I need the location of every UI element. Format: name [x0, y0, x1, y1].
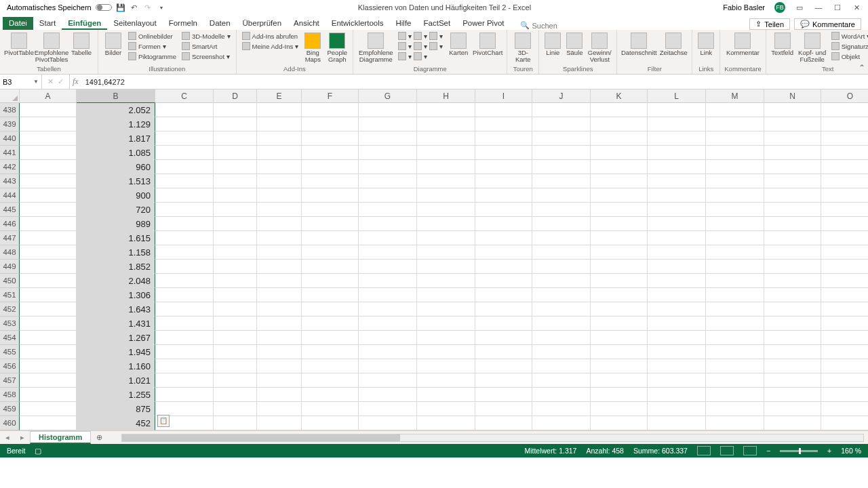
- cell-D457[interactable]: [214, 373, 257, 388]
- cell-C458[interactable]: [155, 388, 214, 402]
- cell-N456[interactable]: [764, 359, 821, 373]
- cell-D456[interactable]: [214, 359, 257, 373]
- cell-O452[interactable]: [821, 302, 868, 317]
- column-header-K[interactable]: K: [591, 89, 648, 103]
- cell-O460[interactable]: [821, 416, 868, 430]
- cell-L453[interactable]: [648, 317, 706, 331]
- wordart-button[interactable]: WordArt ▾: [830, 31, 868, 41]
- cell-E450[interactable]: [257, 274, 302, 288]
- cell-G460[interactable]: [359, 416, 417, 430]
- cell-J438[interactable]: [532, 103, 591, 117]
- cell-C453[interactable]: [155, 317, 214, 331]
- cell-H453[interactable]: [417, 317, 475, 331]
- cell-A442[interactable]: [20, 160, 77, 174]
- cell-B438[interactable]: 2.052: [77, 103, 155, 117]
- tab-entwicklertools[interactable]: Entwicklertools: [326, 17, 390, 30]
- 3d-models-button[interactable]: 3D-Modelle ▾: [180, 31, 232, 41]
- cell-B450[interactable]: 2.048: [77, 274, 155, 288]
- cell-J454[interactable]: [532, 331, 591, 345]
- cell-O456[interactable]: [821, 359, 868, 373]
- cell-I460[interactable]: [475, 416, 532, 430]
- cell-G451[interactable]: [359, 288, 417, 302]
- cell-H450[interactable]: [417, 274, 475, 288]
- cell-O439[interactable]: [821, 117, 868, 131]
- cell-O445[interactable]: [821, 203, 868, 217]
- cell-D438[interactable]: [214, 103, 257, 117]
- cell-C457[interactable]: [155, 373, 214, 388]
- pivottable-button[interactable]: PivotTable: [4, 31, 34, 56]
- horizontal-scrollbar[interactable]: [121, 434, 864, 442]
- cell-G438[interactable]: [359, 103, 417, 117]
- cell-L456[interactable]: [648, 359, 706, 373]
- cell-D445[interactable]: [214, 203, 257, 217]
- cell-E455[interactable]: [257, 345, 302, 359]
- cell-D447[interactable]: [214, 231, 257, 245]
- cell-E451[interactable]: [257, 288, 302, 302]
- minimize-icon[interactable]: —: [814, 3, 823, 12]
- cell-O454[interactable]: [821, 331, 868, 345]
- cell-H442[interactable]: [417, 160, 475, 174]
- cell-B447[interactable]: 1.615: [77, 231, 155, 245]
- column-header-N[interactable]: N: [764, 89, 821, 103]
- cell-O446[interactable]: [821, 217, 868, 231]
- cell-I450[interactable]: [475, 274, 532, 288]
- cell-D451[interactable]: [214, 288, 257, 302]
- user-avatar[interactable]: FB: [774, 2, 785, 13]
- chart-type-2[interactable]: ▾ ▾ ▾: [397, 41, 444, 51]
- cell-C455[interactable]: [155, 345, 214, 359]
- cell-J456[interactable]: [532, 359, 591, 373]
- column-header-G[interactable]: G: [359, 89, 417, 103]
- cell-D459[interactable]: [214, 402, 257, 416]
- cell-I448[interactable]: [475, 245, 532, 260]
- cell-K460[interactable]: [591, 416, 648, 430]
- cell-O449[interactable]: [821, 260, 868, 274]
- column-header-A[interactable]: A: [20, 89, 77, 103]
- cell-G447[interactable]: [359, 231, 417, 245]
- cell-A452[interactable]: [20, 302, 77, 317]
- cell-K446[interactable]: [591, 217, 648, 231]
- scrollbar-thumb[interactable]: [122, 434, 400, 441]
- cell-K455[interactable]: [591, 345, 648, 359]
- cell-F460[interactable]: [302, 416, 359, 430]
- cell-D452[interactable]: [214, 302, 257, 317]
- cell-J457[interactable]: [532, 373, 591, 388]
- cell-I444[interactable]: [475, 188, 532, 203]
- comment-insert-button[interactable]: Kommentar: [726, 31, 759, 56]
- cell-F444[interactable]: [302, 188, 359, 203]
- cell-K443[interactable]: [591, 174, 648, 188]
- cell-H458[interactable]: [417, 388, 475, 402]
- cell-F455[interactable]: [302, 345, 359, 359]
- cell-L443[interactable]: [648, 174, 706, 188]
- tab-nav-next-icon[interactable]: ▸: [15, 433, 30, 442]
- share-button[interactable]: ⇪Teilen: [749, 18, 790, 30]
- cell-C441[interactable]: [155, 146, 214, 160]
- cell-C448[interactable]: [155, 245, 214, 260]
- cell-A445[interactable]: [20, 203, 77, 217]
- row-header-452[interactable]: 452: [0, 302, 20, 317]
- cell-N448[interactable]: [764, 245, 821, 260]
- view-normal-icon[interactable]: [697, 446, 711, 455]
- save-icon[interactable]: 💾: [116, 3, 125, 12]
- tab-formeln[interactable]: Formeln: [163, 17, 203, 30]
- cell-C443[interactable]: [155, 174, 214, 188]
- cell-B445[interactable]: 720: [77, 203, 155, 217]
- row-header-445[interactable]: 445: [0, 203, 20, 217]
- view-pagebreak-icon[interactable]: [743, 446, 757, 455]
- sparkline-winloss-button[interactable]: Gewinn/ Verlust: [587, 31, 612, 63]
- row-header-442[interactable]: 442: [0, 160, 20, 174]
- fx-icon[interactable]: fx: [70, 77, 81, 87]
- cell-C450[interactable]: [155, 274, 214, 288]
- view-pagelayout-icon[interactable]: [720, 446, 734, 455]
- cell-I439[interactable]: [475, 117, 532, 131]
- cell-D443[interactable]: [214, 174, 257, 188]
- cell-E449[interactable]: [257, 260, 302, 274]
- cell-I452[interactable]: [475, 302, 532, 317]
- cell-N449[interactable]: [764, 260, 821, 274]
- cell-E442[interactable]: [257, 160, 302, 174]
- cell-J445[interactable]: [532, 203, 591, 217]
- cell-M452[interactable]: [706, 302, 764, 317]
- cell-E448[interactable]: [257, 245, 302, 260]
- cell-C456[interactable]: [155, 359, 214, 373]
- cell-M447[interactable]: [706, 231, 764, 245]
- cell-C459[interactable]: [155, 402, 214, 416]
